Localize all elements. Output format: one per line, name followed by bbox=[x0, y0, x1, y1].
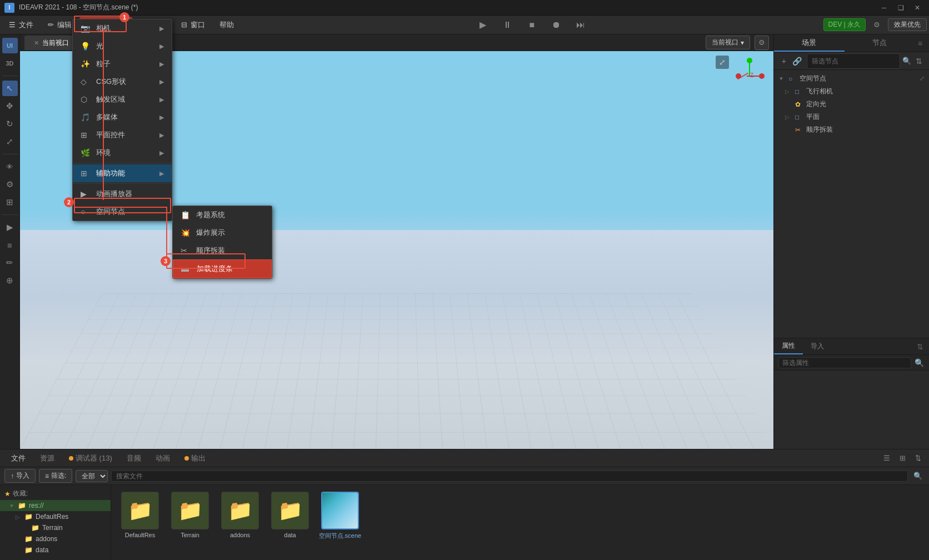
tree-item-camera[interactable]: ▷ □ 飞行相机 bbox=[774, 85, 929, 98]
dd-item-plane[interactable]: ⊞ 平面控件 ▶ bbox=[73, 126, 172, 144]
menubar-settings-icon[interactable]: ⚙ bbox=[869, 17, 885, 33]
dd-item-sequential[interactable]: ✂ 顺序拆装 bbox=[173, 242, 272, 259]
bt-sort-btn[interactable]: ⇅ bbox=[911, 452, 925, 465]
scene-sort-btn[interactable]: ⇅ bbox=[913, 54, 925, 68]
bt-tab-audio[interactable]: 音频 bbox=[120, 451, 148, 466]
file-item-defaultres[interactable]: 📁 DefaultRes bbox=[118, 492, 162, 540]
bt-list-view-btn[interactable]: ☰ bbox=[880, 452, 893, 465]
bt-tab-output[interactable]: 输出 bbox=[178, 451, 212, 466]
ft-item-terrain[interactable]: 📁 Terrain bbox=[0, 522, 111, 533]
toolbar-move-btn[interactable]: ✥ bbox=[2, 98, 18, 114]
viewport-tab-close[interactable]: ✕ bbox=[34, 39, 39, 47]
bt-tab-files[interactable]: 文件 bbox=[4, 451, 32, 466]
menu-help[interactable]: 帮助 bbox=[213, 17, 241, 33]
props-tab-import[interactable]: 导入 bbox=[803, 338, 832, 354]
ft-item-data[interactable]: 📁 data bbox=[0, 544, 111, 556]
arrow-icon: ▶ bbox=[159, 114, 164, 121]
folder-thumb-defaultres: 📁 bbox=[121, 492, 159, 529]
rp-menu-btn[interactable]: ≡ bbox=[915, 38, 926, 49]
tree-icon-plane: □ bbox=[795, 113, 804, 121]
tree-arrow-root: ▼ bbox=[778, 76, 786, 82]
menu-window[interactable]: ⊟ 窗口 bbox=[174, 17, 212, 33]
scene-add-btn[interactable]: + bbox=[778, 54, 790, 68]
toolbar-view-btn[interactable]: 👁 bbox=[2, 159, 18, 174]
scene-link-btn[interactable]: 🔗 bbox=[792, 54, 803, 68]
toolbar-anim-btn[interactable]: ▶ bbox=[2, 219, 18, 235]
maximize-button[interactable]: ❑ bbox=[893, 3, 908, 13]
tree-label-light: 定向光 bbox=[806, 99, 826, 109]
dd-item-trigger[interactable]: ⬡ 触发区域 ▶ bbox=[73, 91, 172, 108]
menu-file[interactable]: ☰ 文件 bbox=[2, 17, 40, 33]
toolbar-3d-btn[interactable]: 3D bbox=[2, 56, 18, 71]
ft-item-addons[interactable]: 📁 addons bbox=[0, 533, 111, 544]
ft-item-res[interactable]: ▼ 📁 res:// bbox=[0, 500, 111, 511]
viewport-tab-main[interactable]: ✕ 当前视口 bbox=[24, 36, 78, 50]
toolbar-scale-btn[interactable]: ⤢ bbox=[2, 134, 18, 149]
props-search-input[interactable] bbox=[778, 357, 911, 368]
toolbar-rotate-btn[interactable]: ↻ bbox=[2, 116, 18, 132]
toolbar-layers-btn[interactable]: ≡ bbox=[2, 237, 18, 253]
toolbar-brush-btn[interactable]: ✏ bbox=[2, 255, 18, 271]
viewport-fullscreen-btn[interactable]: ⤢ bbox=[716, 56, 729, 69]
dd-item-loadingbar[interactable]: ▬ 加载进度条 bbox=[173, 259, 272, 278]
axis-gizmo: Z bbox=[733, 58, 767, 91]
file-search-input[interactable] bbox=[111, 471, 908, 482]
trigger-icon: ⬡ bbox=[81, 95, 91, 104]
minimize-button[interactable]: ─ bbox=[877, 3, 891, 13]
dd-item-env[interactable]: 🌿 环境 ▶ bbox=[73, 144, 172, 162]
dd-sep-1 bbox=[73, 163, 172, 163]
import-button[interactable]: ↑ 导入 bbox=[4, 469, 36, 483]
dd-item-spacenode[interactable]: ○ 空间节点 bbox=[73, 203, 172, 221]
rp-tab-node[interactable]: 节点 bbox=[845, 34, 915, 52]
record-button[interactable]: ⏺ bbox=[548, 17, 564, 33]
play-button[interactable]: ▶ bbox=[475, 17, 491, 33]
tree-item-root[interactable]: ▼ ○ 空间节点 ⤢ bbox=[774, 72, 929, 85]
stop-button[interactable]: ■ bbox=[524, 17, 540, 33]
step-button[interactable]: ⏭ bbox=[573, 17, 588, 33]
file-item-terrain[interactable]: 📁 Terrain bbox=[168, 492, 212, 540]
bt-grid-view-btn[interactable]: ⊞ bbox=[896, 452, 909, 465]
media-icon: 🎵 bbox=[81, 113, 91, 122]
rp-tab-scene[interactable]: 场景 bbox=[774, 34, 845, 52]
file-item-scene[interactable]: 空间节点.scene bbox=[318, 492, 362, 540]
dd-item-csg[interactable]: ◇ CSG形状 ▶ bbox=[73, 73, 172, 91]
props-sort-btn[interactable]: ⇅ bbox=[915, 341, 926, 352]
toolbar-ui-btn[interactable]: UI bbox=[2, 38, 18, 53]
dd-item-particle[interactable]: ✨ 粒子 ▶ bbox=[73, 55, 172, 73]
quiz-icon: 📋 bbox=[181, 211, 191, 219]
bt-tab-debugger[interactable]: 调试器 (13) bbox=[62, 451, 119, 466]
dd-item-explode[interactable]: 💥 爆炸展示 bbox=[173, 224, 272, 242]
props-tab-attributes[interactable]: 属性 bbox=[774, 338, 803, 354]
pause-button[interactable]: ⏸ bbox=[500, 17, 515, 33]
tree-item-disassemble[interactable]: ✂ 顺序拆装 bbox=[774, 123, 929, 136]
menubar-center: ▶ ⏸ ■ ⏺ ⏭ bbox=[242, 17, 822, 33]
rp-tab-right: ≡ bbox=[915, 34, 929, 52]
viewport-view-selector[interactable]: 当前视口 ▾ bbox=[706, 36, 750, 49]
bt-tab-resources[interactable]: 资源 bbox=[33, 451, 61, 466]
dd-item-media[interactable]: 🎵 多媒体 ▶ bbox=[73, 108, 172, 126]
bt-tab-animation[interactable]: 动画 bbox=[149, 451, 177, 466]
toolbar-grid-btn[interactable]: ⊞ bbox=[2, 194, 18, 210]
perf-button[interactable]: 效果优先 bbox=[888, 18, 927, 31]
viewport-settings-icon[interactable]: ⚙ bbox=[755, 36, 769, 50]
toolbar-settings-btn[interactable]: ⚙ bbox=[2, 177, 18, 192]
tree-item-light[interactable]: ✿ 定向光 bbox=[774, 98, 929, 111]
dd-item-quiz[interactable]: 📋 考题系统 bbox=[173, 206, 272, 224]
dd-item-camera[interactable]: 📷 相机 ▶ bbox=[73, 19, 172, 37]
filter-button[interactable]: ≡ 筛选: bbox=[39, 469, 72, 483]
toolbar-separator-3 bbox=[2, 214, 18, 215]
dd-item-auxiliary[interactable]: ⊞ 辅助功能 ▶ bbox=[73, 164, 172, 182]
dd-item-animplayer[interactable]: ▶ 动画播放器 bbox=[73, 185, 172, 203]
particle-icon: ✨ bbox=[81, 59, 91, 68]
ft-item-defaultres[interactable]: ▷ 📁 DefaultRes bbox=[0, 511, 111, 522]
file-item-addons[interactable]: 📁 addons bbox=[218, 492, 262, 540]
dd-item-light[interactable]: 💡 光 ▶ bbox=[73, 37, 172, 55]
toolbar-extra-btn[interactable]: ⊕ bbox=[2, 273, 18, 288]
toolbar-select-btn[interactable]: ↖ bbox=[2, 81, 18, 96]
file-search-icon[interactable]: 🔍 bbox=[911, 469, 925, 483]
close-button[interactable]: ✕ bbox=[910, 3, 925, 13]
scene-search-input[interactable] bbox=[807, 53, 900, 69]
tree-item-plane[interactable]: ▷ □ 平面 bbox=[774, 111, 929, 123]
file-item-data[interactable]: 📁 data bbox=[268, 492, 312, 540]
filter-select[interactable]: 全部 bbox=[76, 470, 108, 482]
